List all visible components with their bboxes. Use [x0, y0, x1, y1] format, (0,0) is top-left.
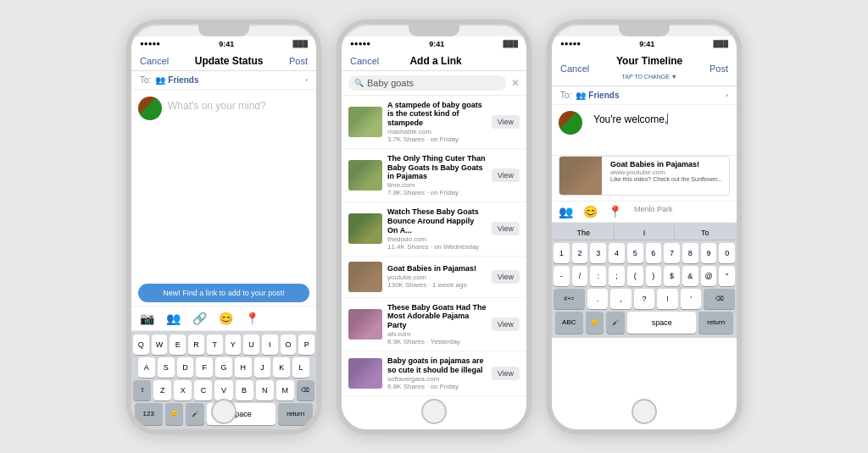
key-shift[interactable]: ⇧ — [133, 380, 151, 401]
camera-icon[interactable]: 📷 — [140, 312, 154, 325]
phone3-location-icon[interactable]: 📍 — [608, 205, 622, 218]
key-j[interactable]: J — [254, 357, 271, 378]
key-3[interactable]: 3 — [590, 243, 606, 263]
view-button-4[interactable]: View — [492, 318, 520, 331]
view-button-2[interactable]: View — [492, 222, 520, 235]
key-o[interactable]: O — [281, 334, 297, 355]
key-return3[interactable]: return — [698, 312, 733, 334]
key-space3[interactable]: space — [627, 312, 696, 334]
key-2[interactable]: 2 — [572, 243, 588, 263]
key-colon[interactable]: : — [590, 266, 606, 286]
key-n[interactable]: N — [256, 380, 274, 401]
key-l[interactable]: L — [292, 357, 309, 378]
key-quote[interactable]: " — [719, 266, 735, 286]
key-0[interactable]: 0 — [719, 243, 735, 263]
key-backspace3[interactable]: ⌫ — [704, 289, 735, 309]
key-123[interactable]: 123 — [135, 403, 163, 425]
search-bar[interactable]: 🔍 Baby goats — [348, 75, 506, 91]
phone3-people-icon[interactable]: 👥 — [559, 205, 573, 218]
key-dash[interactable]: - — [554, 266, 570, 286]
key-question[interactable]: ? — [634, 289, 655, 309]
view-button-5[interactable]: View — [492, 367, 520, 380]
typed-text[interactable]: You're welcome, — [593, 113, 667, 125]
key-rparen[interactable]: ) — [646, 266, 662, 286]
phone2-home-button[interactable] — [421, 399, 447, 424]
view-button-0[interactable]: View — [492, 115, 520, 129]
key-mic3[interactable]: 🎤 — [606, 312, 625, 334]
phone3-to-chevron-icon[interactable]: › — [726, 91, 728, 99]
phone3-home-button[interactable] — [632, 399, 657, 424]
phone3-cancel-button[interactable]: Cancel — [560, 64, 589, 74]
link-icon[interactable]: 🔗 — [192, 312, 207, 325]
key-s[interactable]: S — [158, 357, 175, 378]
key-mic[interactable]: 🎤 — [186, 403, 204, 425]
people-icon[interactable]: 👥 — [166, 312, 181, 325]
key-6[interactable]: 6 — [646, 243, 662, 263]
phone3-friends-selector[interactable]: Friends — [588, 91, 619, 100]
key-y[interactable]: Y — [225, 334, 242, 355]
key-q[interactable]: Q — [133, 334, 149, 355]
key-slash[interactable]: / — [572, 266, 588, 286]
key-9[interactable]: 9 — [701, 243, 717, 263]
key-z[interactable]: Z — [153, 380, 171, 401]
location-icon[interactable]: 📍 — [245, 312, 259, 325]
key-e[interactable]: E — [170, 334, 186, 355]
status-input-area[interactable]: What's on your mind? — [131, 90, 316, 280]
key-amp[interactable]: & — [682, 266, 698, 286]
status-placeholder[interactable]: What's on your mind? — [168, 97, 266, 273]
key-b[interactable]: B — [236, 380, 253, 401]
key-dollar[interactable]: $ — [664, 266, 680, 286]
key-comma[interactable]: , — [610, 289, 632, 309]
key-d[interactable]: D — [177, 357, 194, 378]
key-7[interactable]: 7 — [664, 243, 680, 263]
timeline-input-area[interactable]: You're welcome, — [552, 105, 737, 156]
key-i[interactable]: I — [262, 334, 278, 355]
suggestion-the[interactable]: The — [554, 226, 614, 240]
key-v[interactable]: V — [214, 380, 232, 401]
key-w[interactable]: W — [152, 334, 168, 355]
suggestion-to[interactable]: To — [675, 226, 735, 240]
key-t[interactable]: T — [207, 334, 223, 355]
key-8[interactable]: 8 — [682, 243, 698, 263]
key-f[interactable]: F — [196, 357, 213, 378]
key-semi[interactable]: ; — [609, 266, 625, 286]
key-backspace[interactable]: ⌫ — [297, 380, 314, 401]
key-hashplus[interactable]: #+= — [554, 289, 585, 309]
key-k[interactable]: K — [273, 357, 290, 378]
phone3-subtitle[interactable]: TAP TO CHANGE ▼ — [622, 74, 677, 80]
key-p[interactable]: P — [298, 334, 314, 355]
key-1[interactable]: 1 — [554, 243, 570, 263]
search-input[interactable]: Baby goats — [367, 78, 414, 88]
to-chevron-icon[interactable]: › — [305, 76, 308, 84]
key-lparen[interactable]: ( — [627, 266, 643, 286]
search-clear-icon[interactable]: ✕ — [511, 77, 520, 89]
key-m[interactable]: M — [276, 380, 294, 401]
key-r[interactable]: R — [188, 334, 204, 355]
suggestion-i[interactable]: I — [614, 226, 676, 240]
phone1-post-button[interactable]: Post — [289, 56, 308, 66]
key-return[interactable]: return — [278, 403, 313, 425]
view-button-1[interactable]: View — [492, 168, 520, 182]
key-period[interactable]: . — [587, 289, 609, 309]
phone2-cancel-button[interactable]: Cancel — [350, 56, 379, 66]
phone3-post-button[interactable]: Post — [709, 64, 728, 74]
key-apostrophe[interactable]: ' — [681, 289, 702, 309]
key-h[interactable]: H — [235, 357, 252, 378]
key-emoji-kbd[interactable]: 😊 — [165, 403, 184, 425]
emoji-icon[interactable]: 😊 — [219, 312, 233, 325]
key-exclaim[interactable]: ! — [657, 289, 678, 309]
phone3-emoji-icon[interactable]: 😊 — [583, 205, 598, 218]
view-button-3[interactable]: View — [492, 270, 520, 284]
key-5[interactable]: 5 — [627, 243, 643, 263]
key-4[interactable]: 4 — [609, 243, 625, 263]
key-u[interactable]: U — [243, 334, 259, 355]
key-abc[interactable]: ABC — [555, 312, 583, 334]
key-c[interactable]: C — [194, 380, 212, 401]
phone1-home-button[interactable] — [211, 399, 236, 424]
key-a[interactable]: A — [138, 357, 155, 378]
key-at[interactable]: @ — [701, 266, 717, 286]
phone1-cancel-button[interactable]: Cancel — [140, 56, 169, 66]
key-x[interactable]: X — [174, 380, 192, 401]
key-g[interactable]: G — [215, 357, 232, 378]
key-emoji-kbd3[interactable]: 😊 — [586, 312, 604, 334]
